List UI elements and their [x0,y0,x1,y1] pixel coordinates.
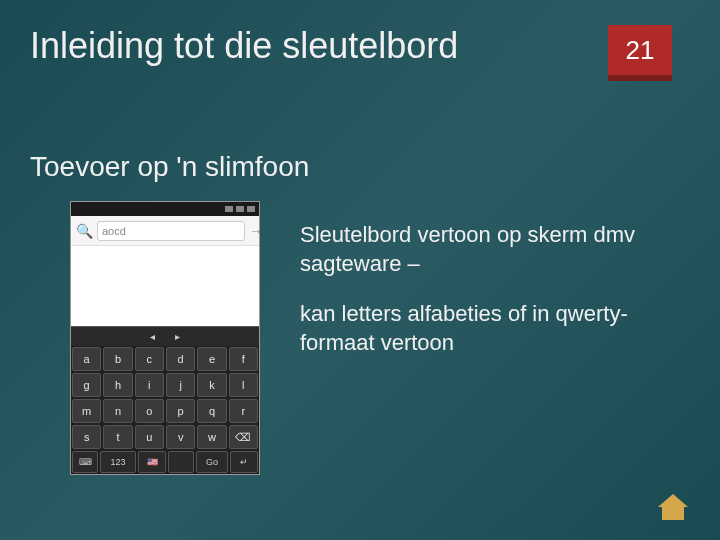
phone-statusbar [71,202,259,216]
space-key[interactable] [168,451,194,473]
key[interactable]: v [166,425,195,449]
key[interactable]: c [135,347,164,371]
key[interactable]: o [135,399,164,423]
numeric-key[interactable]: 123 [100,451,136,473]
suggestion-left-icon: ◂ [150,331,155,342]
suggestion-bar: ◂ ▸ [71,326,259,346]
svg-rect-0 [670,510,676,520]
key[interactable]: q [197,399,226,423]
body-paragraph-2: kan letters alfabeties of in qwerty-form… [300,300,660,357]
key[interactable]: j [166,373,195,397]
page-number-badge: 21 [608,25,672,81]
enter-key[interactable]: ↵ [230,451,258,473]
keyboard-grid: a b c d e f g h i j k l m n o p q r [71,346,259,474]
slide-subtitle: Toevoer op 'n slimfoon [30,151,720,183]
key[interactable]: s [72,425,101,449]
key[interactable]: a [72,347,101,371]
search-input[interactable] [97,221,245,241]
home-icon[interactable] [656,492,690,522]
key[interactable]: w [197,425,226,449]
phone-search-row: 🔍 → [71,216,259,246]
body-paragraph-1: Sleutelbord vertoon op skerm dmv sagtewa… [300,221,660,278]
phone-content-area [71,246,259,326]
backspace-key[interactable]: ⌫ [229,425,258,449]
key[interactable]: d [166,347,195,371]
key[interactable]: l [229,373,258,397]
key[interactable]: t [103,425,132,449]
suggestion-right-icon: ▸ [175,331,180,342]
go-key[interactable]: Go [196,451,228,473]
key[interactable]: n [103,399,132,423]
key[interactable]: i [135,373,164,397]
slide-title: Inleiding tot die sleutelbord [30,25,458,67]
key[interactable]: h [103,373,132,397]
key[interactable]: f [229,347,258,371]
symbol-key[interactable]: ⌨ [72,451,98,473]
key[interactable]: b [103,347,132,371]
key[interactable]: p [166,399,195,423]
search-icon: 🔍 [76,223,93,239]
key[interactable]: u [135,425,164,449]
key[interactable]: m [72,399,101,423]
body-text: Sleutelbord vertoon op skerm dmv sagtewa… [260,201,720,475]
key[interactable]: k [197,373,226,397]
key[interactable]: e [197,347,226,371]
key[interactable]: g [72,373,101,397]
key[interactable]: r [229,399,258,423]
language-key[interactable]: 🇺🇸 [138,451,166,473]
phone-mockup: 🔍 → ◂ ▸ a b c d e f g h i j k l [70,201,260,475]
